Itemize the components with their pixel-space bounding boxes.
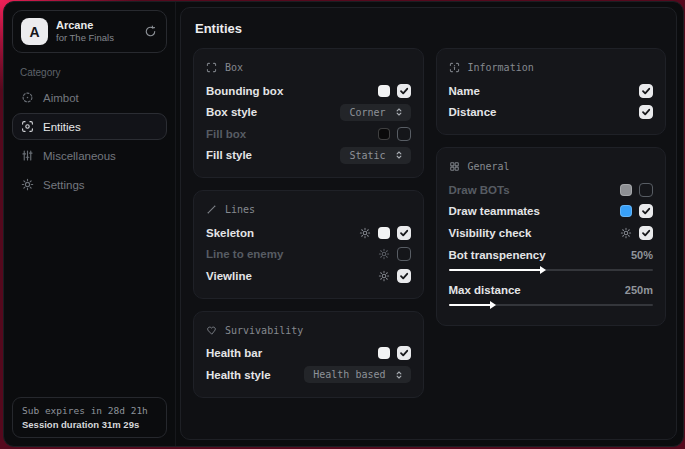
viewline-settings-gear-icon[interactable] <box>378 270 390 282</box>
eye-scan-icon <box>21 120 34 133</box>
health-style-label: Health style <box>206 369 271 381</box>
chevron-up-down-icon <box>394 370 404 380</box>
sliders-icon <box>21 149 34 162</box>
name-label: Name <box>449 85 480 97</box>
viewline-label: Viewline <box>206 270 252 282</box>
box-style-label: Box style <box>206 106 257 118</box>
app-subtitle: for The Finals <box>56 32 114 44</box>
general-section: General Draw BOTs Dr <box>436 147 667 326</box>
fill-box-checkbox[interactable] <box>397 127 411 141</box>
page-title: Entities <box>195 21 666 36</box>
line-to-enemy-settings-gear-icon[interactable] <box>378 248 390 260</box>
max-distance-group: Max distance 250m <box>449 279 654 306</box>
health-bar-checkbox[interactable] <box>397 346 411 360</box>
max-distance-slider[interactable] <box>449 304 654 306</box>
draw-bots-color-swatch[interactable] <box>620 184 632 196</box>
dropdown-value: Health based <box>313 369 385 380</box>
dropdown-value: Static <box>349 150 385 161</box>
sidebar-item-settings[interactable]: Settings <box>12 171 167 198</box>
visibility-check-settings-gear-icon[interactable] <box>620 227 632 239</box>
viewline-checkbox[interactable] <box>397 269 411 283</box>
skeleton-settings-gear-icon[interactable] <box>359 227 371 239</box>
bounding-box-checkbox[interactable] <box>397 84 411 98</box>
heart-icon <box>206 325 217 336</box>
bounding-box-color-swatch[interactable] <box>378 85 390 97</box>
fill-style-dropdown[interactable]: Static <box>340 147 410 164</box>
sidebar-item-label: Miscellaneous <box>43 150 116 162</box>
chevron-up-down-icon <box>394 107 404 117</box>
entities-panel: Entities Box <box>180 7 677 440</box>
survivability-section: Survivability Health bar <box>193 311 424 398</box>
max-distance-label: Max distance <box>449 284 521 296</box>
information-section: Information Name Distance <box>436 48 667 135</box>
box-corners-icon <box>206 62 217 73</box>
section-title: Information <box>468 62 534 73</box>
slider-fill <box>449 269 541 271</box>
sidebar-item-entities[interactable]: Entities <box>12 113 167 140</box>
sub-expiry-text: Sub expires in 28d 21h <box>22 405 157 416</box>
sidebar: A Arcane for The Finals Category Aimbot <box>4 2 176 446</box>
health-bar-color-swatch[interactable] <box>378 347 390 359</box>
bounding-box-label: Bounding box <box>206 85 283 97</box>
section-title: Survivability <box>225 325 303 336</box>
box-section: Box Bounding box Box <box>193 48 424 178</box>
reload-icon[interactable] <box>144 25 157 38</box>
gear-icon <box>21 178 34 191</box>
section-title: Box <box>225 62 243 73</box>
skeleton-label: Skeleton <box>206 227 254 239</box>
session-duration-text: Session duration 31m 29s <box>22 419 157 430</box>
box-style-dropdown[interactable]: Corner <box>340 104 410 121</box>
main-area: Entities Box <box>176 2 683 446</box>
sidebar-item-label: Settings <box>43 179 85 191</box>
bot-transparency-slider[interactable] <box>449 269 654 271</box>
slider-fill <box>449 304 492 306</box>
fill-box-color-swatch[interactable] <box>378 128 390 140</box>
bot-transparency-value: 50% <box>631 249 653 261</box>
visibility-check-label: Visibility check <box>449 227 532 239</box>
skeleton-color-swatch[interactable] <box>378 227 390 239</box>
chevron-up-down-icon <box>394 150 404 160</box>
fill-style-label: Fill style <box>206 149 252 161</box>
section-title: Lines <box>225 204 255 215</box>
subscription-card: Sub expires in 28d 21h Session duration … <box>12 397 167 438</box>
visibility-check-checkbox[interactable] <box>639 226 653 240</box>
line-to-enemy-label: Line to enemy <box>206 248 283 260</box>
app-name: Arcane <box>56 19 114 33</box>
section-title: General <box>468 161 510 172</box>
health-bar-label: Health bar <box>206 347 262 359</box>
draw-teammates-checkbox[interactable] <box>639 204 653 218</box>
crosshair-icon <box>21 91 34 104</box>
distance-label: Distance <box>449 106 497 118</box>
grid-icon <box>449 161 460 172</box>
distance-checkbox[interactable] <box>639 105 653 119</box>
line-to-enemy-checkbox[interactable] <box>397 247 411 261</box>
lines-section: Lines Skeleton <box>193 190 424 299</box>
name-checkbox[interactable] <box>639 84 653 98</box>
max-distance-value: 250m <box>625 284 653 296</box>
category-label: Category <box>20 67 167 78</box>
fill-box-label: Fill box <box>206 128 246 140</box>
app-logo: A <box>21 18 48 45</box>
sidebar-item-miscellaneous[interactable]: Miscellaneous <box>12 142 167 169</box>
health-style-dropdown[interactable]: Health based <box>304 366 410 383</box>
sidebar-item-aimbot[interactable]: Aimbot <box>12 84 167 111</box>
sidebar-item-label: Aimbot <box>43 92 79 104</box>
brand-card: A Arcane for The Finals <box>12 10 167 53</box>
draw-teammates-label: Draw teammates <box>449 205 540 217</box>
dropdown-value: Corner <box>349 107 385 118</box>
draw-teammates-color-swatch[interactable] <box>620 205 632 217</box>
info-scan-icon <box>449 62 460 73</box>
skeleton-checkbox[interactable] <box>397 226 411 240</box>
app-window: A Arcane for The Finals Category Aimbot <box>3 1 684 447</box>
diagonal-line-icon <box>206 204 217 215</box>
bot-transparency-group: Bot transpenency 50% <box>449 244 654 271</box>
bot-transparency-label: Bot transpenency <box>449 249 546 261</box>
draw-bots-label: Draw BOTs <box>449 184 510 196</box>
draw-bots-checkbox[interactable] <box>639 183 653 197</box>
sidebar-item-label: Entities <box>43 121 81 133</box>
